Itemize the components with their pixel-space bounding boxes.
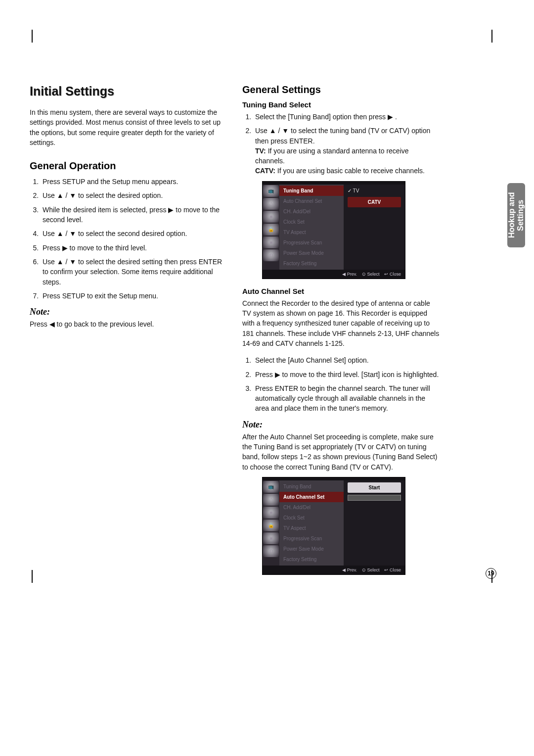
option-tv: TV	[344, 186, 405, 196]
menu-item: Auto Channel Set	[279, 492, 344, 502]
menu-item: CH. Add/Del	[279, 502, 344, 513]
right-column: General Settings Tuning Band Select Sele…	[242, 84, 440, 583]
general-operation-heading: General Operation	[30, 160, 227, 172]
crop-mark	[20, 570, 33, 583]
hint-prev: ◀ Prev.	[342, 567, 357, 572]
menu-item: TV Aspect	[279, 523, 344, 533]
page-number: 19	[486, 568, 496, 579]
step: Use ▲ / ▼ to select the second desired o…	[41, 229, 227, 238]
step: Use ▲ / ▼ to select the desired setting …	[41, 257, 227, 287]
step: Press SETUP and the Setup menu appears.	[41, 177, 227, 187]
tv-icon: 📺	[263, 185, 279, 197]
audio-icon: ◉	[263, 211, 279, 223]
tv-label: TV:	[255, 147, 266, 155]
menu-item: Power Save Mode	[279, 248, 344, 258]
menu-item: Tuning Band	[279, 481, 344, 492]
auto-channel-heading: Auto Channel Set	[242, 287, 440, 295]
menu-item: CH. Add/Del	[279, 206, 344, 217]
audio-icon: ◉	[263, 507, 279, 519]
note-text: After the Auto Channel Set proceeding is…	[242, 432, 440, 472]
menu-item: Clock Set	[279, 513, 344, 523]
disc-icon: ▣	[263, 532, 279, 544]
general-operation-steps: Press SETUP and the Setup menu appears. …	[41, 177, 227, 301]
globe-icon: ◍	[263, 249, 279, 261]
progress-bar	[348, 495, 401, 501]
lock-icon: 🔒	[263, 520, 279, 531]
auto-channel-steps: Select the [Auto Channel Set] option. Pr…	[253, 355, 440, 413]
hint-select: ⊙ Select	[362, 567, 380, 572]
crop-mark	[20, 30, 33, 43]
menu-item: Factory Setting	[279, 554, 344, 565]
step: Select the [Auto Channel Set] option.	[253, 355, 440, 365]
section-tab-label: Hookup and Settings	[507, 183, 525, 247]
note-text: Press ◀ to go back to the previous level…	[30, 319, 227, 329]
step: Press ENTER to begin the channel search.…	[253, 383, 440, 414]
menu-item: Auto Channel Set	[279, 196, 344, 206]
menu-item: Power Save Mode	[279, 544, 344, 554]
tuning-band-steps: Select the [Tuning Band] option then pre…	[253, 112, 440, 176]
tuning-band-heading: Tuning Band Select	[242, 100, 440, 109]
step: Select the [Tuning Band] option then pre…	[253, 112, 440, 122]
step: Press ▶ to move to the third level.	[41, 243, 227, 253]
globe-icon: ◍	[263, 545, 279, 557]
general-settings-heading: General Settings	[242, 84, 440, 95]
warning-icon: ⚠	[263, 494, 279, 506]
menu-item: TV Aspect	[279, 227, 344, 237]
start-button: Start	[348, 482, 401, 493]
left-column: Initial Settings In this menu system, th…	[30, 84, 227, 583]
warning-icon: ⚠	[263, 198, 279, 210]
hint-close: ↩ Close	[384, 272, 401, 277]
disc-icon: ▣	[263, 236, 279, 248]
page-title: Initial Settings	[30, 84, 227, 98]
step: Use ▲ / ▼ to select the tuning band (TV …	[253, 126, 440, 176]
crop-mark	[491, 30, 504, 43]
lock-icon: 🔒	[263, 224, 279, 236]
note-heading: Note:	[242, 420, 440, 430]
section-tab: Hookup and Settings	[507, 183, 525, 247]
menu-item: Factory Setting	[279, 258, 344, 269]
hint-select: ⊙ Select	[362, 272, 380, 277]
option-catv: CATV	[348, 197, 401, 207]
tv-icon: 📺	[263, 481, 279, 493]
menu-item: Clock Set	[279, 217, 344, 227]
step: While the desired item is selected, pres…	[41, 205, 227, 225]
intro-text: In this menu system, there are several w…	[30, 107, 227, 147]
osd-screenshot-auto-channel: 📺 ⚠ ◉ 🔒 ▣ ◍ Tuning Band Auto Channel Set…	[262, 477, 405, 575]
menu-item: Tuning Band	[279, 186, 344, 196]
menu-item: Progressive Scan	[279, 533, 344, 544]
step: Press ▶ to move to the third level. [Sta…	[253, 370, 440, 379]
auto-channel-intro: Connect the Recorder to the desired type…	[242, 298, 440, 348]
catv-label: CATV:	[255, 167, 275, 175]
osd-screenshot-tuning-band: 📺 ⚠ ◉ 🔒 ▣ ◍ Tuning Band Auto Channel Set…	[262, 181, 405, 279]
menu-item: Progressive Scan	[279, 237, 344, 248]
hint-close: ↩ Close	[384, 567, 401, 572]
step: Use ▲ / ▼ to select the desired option.	[41, 190, 227, 200]
hint-prev: ◀ Prev.	[342, 272, 357, 277]
step: Press SETUP to exit the Setup menu.	[41, 291, 227, 301]
note-heading: Note:	[30, 307, 227, 317]
